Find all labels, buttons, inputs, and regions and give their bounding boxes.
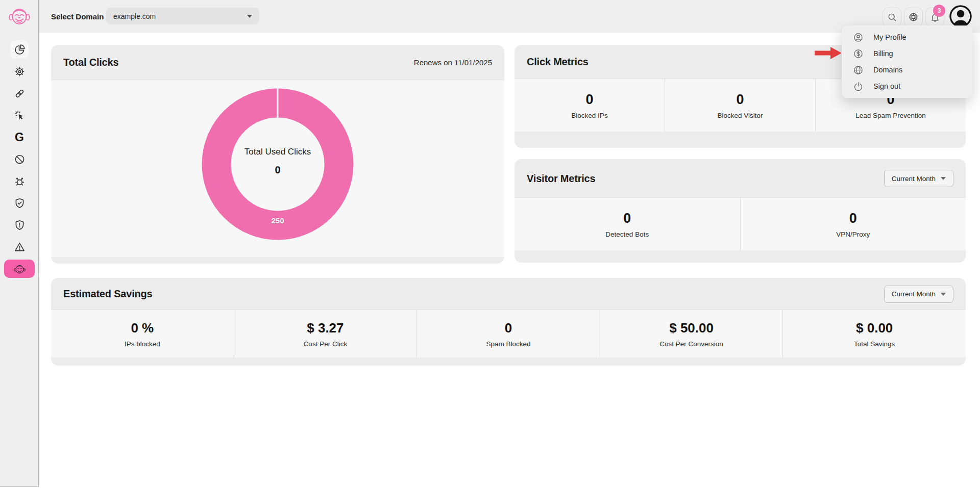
estimated-savings-cells: 0 % IPs blocked $ 3.27 Cost Per Click 0 … — [51, 310, 966, 357]
metric-cell-cost-per-conversion: $ 50.00 Cost Per Conversion — [600, 310, 783, 357]
search-icon — [887, 12, 897, 22]
sidebar-item-account[interactable] — [4, 260, 35, 278]
menu-item-my-profile[interactable]: My Profile — [842, 29, 972, 45]
metric-value: $ 0.00 — [856, 320, 893, 336]
shield-alert-icon — [14, 219, 26, 231]
user-circle-icon — [853, 32, 864, 43]
metric-label: Detected Bots — [605, 230, 649, 238]
total-clicks-card: Total Clicks Renews on 11/01/2025 Total … — [51, 45, 504, 264]
metric-cell-ips-blocked: 0 % IPs blocked — [51, 310, 234, 357]
metric-label: IPs blocked — [125, 340, 160, 348]
gear-icon — [14, 66, 26, 78]
metric-cell-detected-bots: 0 Detected Bots — [514, 198, 740, 250]
metric-value: 0 % — [131, 320, 154, 336]
profile-dropdown-menu: My Profile Billing Domains Sign out — [842, 25, 972, 98]
google-icon: G — [15, 132, 24, 143]
warning-triangle-icon — [14, 241, 26, 253]
red-annotation-arrow-icon — [815, 46, 842, 60]
menu-item-label: Billing — [873, 49, 893, 58]
metric-cell-cost-per-click: $ 3.27 Cost Per Click — [234, 310, 417, 357]
period-value: Current Month — [892, 175, 936, 183]
buddha-logo-icon — [8, 4, 31, 28]
ban-icon — [14, 153, 26, 165]
metric-label: Blocked IPs — [571, 112, 607, 119]
sidebar-item-links[interactable] — [10, 84, 29, 102]
metric-label: Spam Blocked — [486, 340, 530, 348]
notification-badge[interactable]: 3 — [933, 5, 945, 17]
pie-chart-icon — [14, 44, 26, 56]
donut-center-label: Total Used Clicks — [201, 147, 354, 157]
estimated-savings-header: Estimated Savings Current Month — [51, 278, 966, 310]
sidebar-item-blocked[interactable] — [10, 150, 29, 168]
estimated-savings-card: Estimated Savings Current Month 0 % IPs … — [51, 278, 966, 366]
menu-item-label: My Profile — [873, 33, 906, 41]
domain-select[interactable]: example.com — [106, 8, 259, 24]
total-clicks-chart-area: Total Used Clicks 0 250 Total Allowed Cl… — [51, 80, 504, 257]
topbar: Select Domain example.com 3 — [0, 0, 980, 33]
power-icon — [853, 81, 864, 92]
metric-value: 0 — [623, 211, 631, 226]
help-button[interactable] — [904, 8, 923, 27]
sidebar-item-google-ads[interactable]: G — [10, 128, 29, 146]
select-domain-label: Select Domain — [51, 0, 104, 33]
menu-item-sign-out[interactable]: Sign out — [842, 78, 972, 94]
sidebar-item-threats[interactable] — [10, 216, 29, 234]
metric-cell-vpn-proxy: 0 VPN/Proxy — [740, 198, 966, 250]
metric-cell-spam-blocked: 0 Spam Blocked — [416, 310, 600, 357]
domain-select-value: example.com — [113, 12, 156, 20]
cursor-click-icon — [14, 110, 26, 121]
metric-label: Cost Per Conversion — [659, 340, 723, 348]
metric-label: Cost Per Click — [304, 340, 348, 348]
metric-cell-total-savings: $ 0.00 Total Savings — [782, 310, 966, 357]
buddha-icon — [13, 263, 26, 275]
card-title: Click Metrics — [527, 56, 589, 68]
chevron-down-icon — [941, 293, 946, 296]
chevron-down-icon — [941, 177, 946, 180]
shield-check-icon — [14, 197, 26, 209]
help-lifebuoy-icon — [908, 12, 919, 22]
visitor-metrics-cells: 0 Detected Bots 0 VPN/Proxy — [514, 198, 966, 250]
metric-value: 0 — [585, 92, 593, 108]
visitor-metrics-card: Visitor Metrics Current Month 0 Detected… — [514, 159, 966, 263]
metric-label: Lead Spam Prevention — [855, 112, 925, 119]
sidebar-nav: G — [0, 40, 39, 278]
menu-item-domains[interactable]: Domains — [842, 62, 972, 78]
sidebar-item-protection[interactable] — [10, 194, 29, 212]
menu-item-label: Domains — [873, 66, 902, 74]
sidebar-item-alerts[interactable] — [10, 238, 29, 256]
metric-value: $ 3.27 — [307, 320, 344, 336]
globe-icon — [853, 65, 864, 75]
link-icon — [14, 88, 26, 99]
donut-center-value: 0 — [201, 164, 354, 176]
metric-value: 0 — [505, 320, 512, 336]
sidebar-item-settings[interactable] — [10, 62, 29, 81]
visitor-metrics-period-select[interactable]: Current Month — [884, 170, 953, 187]
card-title: Estimated Savings — [63, 288, 152, 300]
avatar-button[interactable] — [948, 4, 973, 29]
search-button[interactable] — [883, 8, 901, 27]
menu-item-billing[interactable]: Billing — [842, 45, 972, 62]
dollar-circle-icon — [853, 48, 864, 59]
card-title: Visitor Metrics — [527, 173, 595, 185]
donut-ring-value: 250 — [201, 216, 354, 225]
sidebar-item-clicks[interactable] — [10, 106, 29, 124]
renews-text: Renews on 11/01/2025 — [414, 58, 492, 67]
chevron-down-icon — [247, 15, 252, 18]
donut-chart[interactable]: Total Used Clicks 0 250 — [201, 88, 354, 241]
app-logo[interactable] — [8, 4, 31, 28]
sidebar-item-bots[interactable] — [10, 172, 29, 190]
metric-value: 0 — [849, 211, 857, 226]
visitor-metrics-header: Visitor Metrics Current Month — [514, 159, 966, 198]
metric-cell-blocked-visitor: 0 Blocked Visitor — [665, 79, 815, 132]
metric-value: 0 — [736, 92, 744, 108]
menu-item-label: Sign out — [873, 82, 900, 90]
metric-value: $ 50.00 — [669, 320, 714, 336]
metric-label: Total Savings — [854, 340, 895, 348]
sidebar-item-dashboard[interactable] — [10, 40, 29, 59]
estimated-savings-period-select[interactable]: Current Month — [884, 286, 953, 303]
total-clicks-header: Total Clicks Renews on 11/01/2025 — [51, 45, 504, 80]
card-title: Total Clicks — [63, 57, 118, 68]
period-value: Current Month — [892, 290, 936, 298]
sidebar: G — [0, 0, 39, 487]
bot-bug-icon — [14, 175, 26, 187]
